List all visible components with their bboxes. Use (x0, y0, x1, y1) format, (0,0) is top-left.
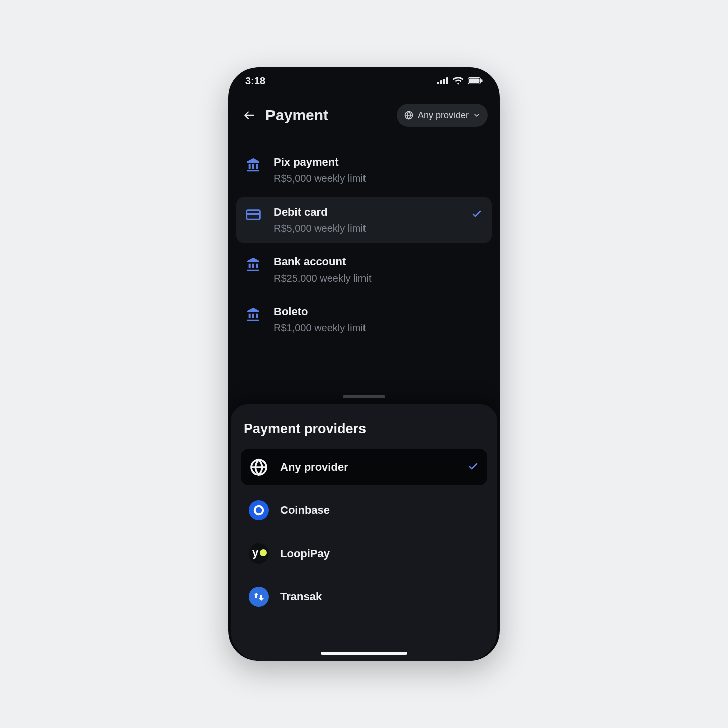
svg-rect-9 (247, 213, 260, 215)
svg-rect-0 (437, 82, 439, 84)
provider-any[interactable]: Any provider (241, 449, 487, 485)
arrow-left-icon (243, 109, 256, 122)
sheet-grabber[interactable] (343, 395, 385, 398)
provider-filter-label: Any provider (418, 110, 469, 121)
status-right (437, 77, 483, 85)
payment-method-title: Bank account (274, 255, 483, 268)
svg-rect-2 (443, 79, 445, 84)
payment-method-sub: R$5,000 weekly limit (274, 173, 483, 185)
provider-label: Any provider (280, 461, 456, 474)
loopipay-icon: y (249, 543, 269, 564)
header: Payment Any provider (228, 95, 500, 134)
svg-rect-6 (481, 79, 483, 82)
bank-icon (245, 306, 262, 323)
payment-method-boleto[interactable]: Boleto R$1,000 weekly limit (236, 296, 492, 343)
page-title: Payment (265, 107, 397, 124)
bank-icon (245, 157, 262, 174)
cellular-icon (437, 77, 448, 84)
sheet-title: Payment providers (241, 421, 487, 437)
svg-rect-5 (469, 79, 480, 83)
check-icon (467, 460, 479, 474)
payment-method-sub: R$1,000 weekly limit (274, 322, 483, 334)
coinbase-icon (249, 500, 269, 520)
provider-label: LoopiPay (280, 547, 479, 560)
payment-method-sub: R$5,000 weekly limit (274, 223, 460, 234)
svg-rect-3 (446, 77, 448, 84)
payment-method-sub: R$25,000 weekly limit (274, 272, 483, 284)
payment-method-bank-account[interactable]: Bank account R$25,000 weekly limit (236, 246, 492, 293)
provider-filter-pill[interactable]: Any provider (397, 104, 488, 127)
payment-method-title: Debit card (274, 206, 460, 219)
provider-sheet: Payment providers Any provider Coinbase (231, 404, 497, 661)
back-button[interactable] (240, 106, 258, 124)
provider-coinbase[interactable]: Coinbase (241, 492, 487, 528)
svg-point-11 (255, 506, 263, 514)
svg-rect-1 (440, 80, 442, 84)
provider-transak[interactable]: Transak (241, 579, 487, 615)
globe-icon (249, 457, 269, 477)
check-icon (471, 208, 483, 222)
payment-method-title: Boleto (274, 305, 483, 318)
bank-icon (245, 256, 262, 274)
chevron-down-icon (473, 111, 481, 119)
payment-methods-list: Pix payment R$5,000 weekly limit Debit c… (228, 134, 500, 343)
card-icon (245, 207, 262, 224)
provider-label: Transak (280, 590, 479, 603)
provider-loopipay[interactable]: y LoopiPay (241, 535, 487, 572)
status-bar: 3:18 (228, 67, 500, 95)
provider-label: Coinbase (280, 504, 479, 517)
providers-list: Any provider Coinbase y LoopiPay (241, 449, 487, 615)
home-indicator[interactable] (321, 652, 407, 655)
wifi-icon (452, 77, 464, 85)
payment-method-pix[interactable]: Pix payment R$5,000 weekly limit (236, 147, 492, 194)
payment-method-title: Pix payment (274, 156, 483, 169)
battery-icon (468, 77, 483, 84)
globe-icon (404, 110, 414, 120)
phone-frame: 3:18 Payment Any provider (228, 67, 500, 661)
transak-icon (249, 587, 269, 607)
payment-method-debit-card[interactable]: Debit card R$5,000 weekly limit (236, 197, 492, 243)
status-time: 3:18 (245, 75, 265, 87)
